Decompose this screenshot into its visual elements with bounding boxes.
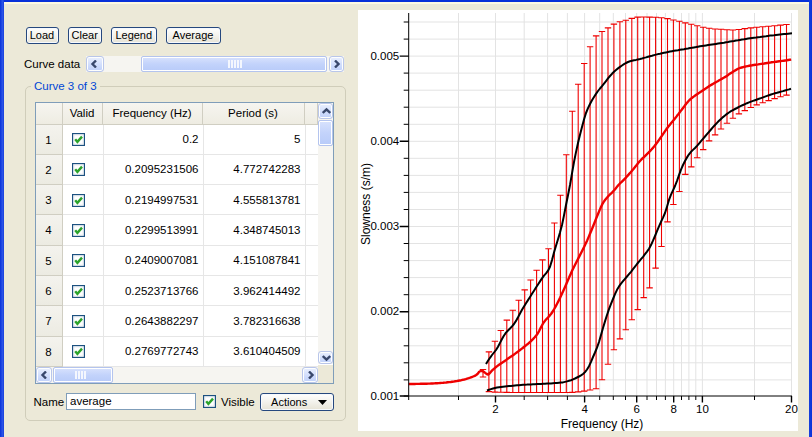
svg-text:Frequency (Hz): Frequency (Hz) bbox=[561, 417, 644, 431]
svg-text:6: 6 bbox=[633, 403, 639, 415]
svg-text:20: 20 bbox=[785, 403, 798, 415]
svg-text:0.001: 0.001 bbox=[370, 390, 399, 402]
svg-text:8: 8 bbox=[670, 403, 676, 415]
svg-text:0.005: 0.005 bbox=[370, 50, 399, 62]
svg-text:0.002: 0.002 bbox=[370, 305, 399, 317]
svg-text:4: 4 bbox=[581, 403, 588, 415]
svg-text:10: 10 bbox=[696, 403, 709, 415]
svg-text:0.003: 0.003 bbox=[370, 220, 399, 232]
svg-text:2: 2 bbox=[492, 403, 498, 415]
svg-text:0.004: 0.004 bbox=[370, 135, 399, 147]
svg-text:Slowness (s/m): Slowness (s/m) bbox=[359, 163, 373, 245]
